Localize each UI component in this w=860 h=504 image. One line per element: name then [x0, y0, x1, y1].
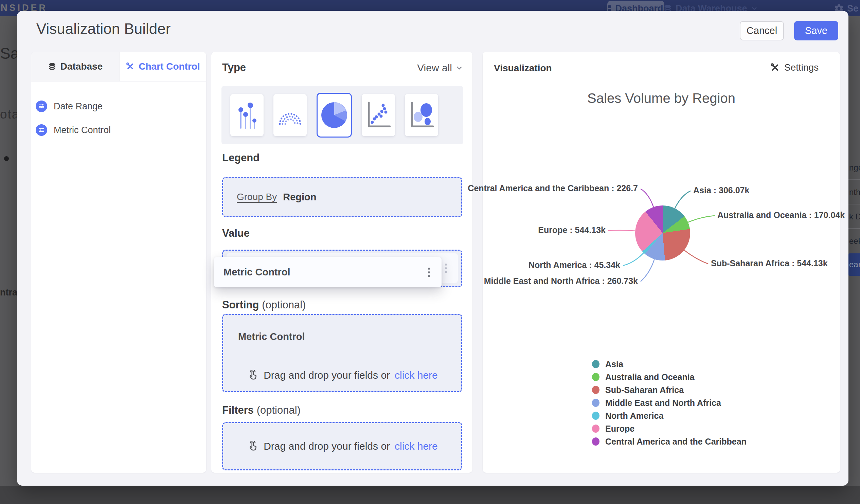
bubble-chart-icon — [409, 101, 434, 129]
source-panel: Database Chart Control Date Range Metric… — [31, 52, 206, 473]
pie-chart[interactable] — [635, 205, 690, 260]
background-dropdown-option: nth — [848, 181, 860, 204]
legend-color-dot — [592, 424, 600, 433]
save-button[interactable]: Save — [794, 21, 838, 40]
tune-icon — [36, 124, 47, 136]
chart-type-arc[interactable] — [273, 94, 307, 136]
sidebar-item-metric-control[interactable]: Metric Control — [31, 120, 206, 140]
pie-slice-label: Asia : 306.07k — [693, 185, 749, 195]
legend-item-label: Australia and Oceania — [605, 372, 694, 382]
pie-slice-label: Central America and the Caribbean : 226.… — [468, 183, 638, 193]
scatter-plot-icon — [366, 101, 391, 129]
droprow-text: Drag and drop your fields or — [263, 370, 390, 381]
legend-item-label: Europe — [605, 424, 634, 434]
lollipop-chart-icon — [236, 100, 258, 131]
chevron-down-icon — [455, 63, 464, 72]
chart-legend: AsiaAustralia and OceaniaSub-Saharan Afr… — [592, 358, 747, 448]
sorting-section-label: Sorting (optional) — [222, 299, 306, 311]
modal-title: Visualization Builder — [36, 20, 171, 37]
view-all-dropdown[interactable]: View all — [417, 62, 464, 74]
background-dropdown-option: nge — [848, 156, 860, 180]
group-by-link[interactable]: Group By — [237, 191, 277, 202]
legend-item[interactable]: Europe — [592, 422, 747, 435]
droprow-click-here-link[interactable]: click here — [395, 441, 438, 452]
pie-slice-label: Europe : 544.13k — [538, 225, 606, 235]
chart-title: Sales Volume by Region — [483, 91, 840, 106]
legend-item[interactable]: Australia and Oceania — [592, 371, 747, 384]
sorting-chip-label: Metric Control — [238, 331, 305, 342]
legend-item[interactable]: Central America and the Caribbean — [592, 435, 747, 448]
tap-hand-icon — [247, 440, 259, 453]
legend-color-dot — [592, 399, 600, 407]
pie-slice-label: Middle East and North Africa : 260.73k — [484, 276, 638, 286]
legend-item-label: North America — [605, 411, 663, 421]
dimmed-page-left-edge: Sal ota ntral — [0, 16, 17, 486]
chart-type-strip — [221, 86, 463, 144]
filters-dropzone[interactable]: Drag and drop your fields or click here — [222, 422, 462, 470]
chart-config-panel: Type View all — [211, 52, 472, 473]
nav-settings-label: Se — [847, 3, 858, 14]
value-section-label: Value — [222, 227, 250, 240]
legend-item-label: Central America and the Caribbean — [605, 437, 747, 447]
background-bullet — [4, 156, 9, 161]
tools-icon — [126, 62, 135, 71]
background-subheading-fragment: ota — [0, 107, 17, 121]
dimmed-page-bottom-edge — [0, 486, 860, 504]
dimmed-dropdown-right-edge: ngenthk Deekear — [848, 16, 860, 486]
screen: NSIDER Dashboards Data Warehouse Se Sal … — [0, 0, 860, 504]
visualization-builder-modal: Visualization Builder Cancel Save Databa… — [17, 11, 848, 486]
kebab-menu-icon — [445, 267, 447, 269]
legend-color-dot — [592, 373, 600, 381]
arc-chart-icon — [277, 105, 303, 125]
chart-type-lollipop[interactable] — [230, 94, 263, 136]
legend-item-label: Sub-Saharan Africa — [605, 385, 684, 395]
value-chip-dragging[interactable]: Metric Control — [214, 257, 442, 287]
tab-database-label: Database — [60, 61, 103, 72]
source-tabs: Database Chart Control — [31, 52, 206, 82]
legend-color-dot — [592, 360, 600, 368]
tab-chart-control[interactable]: Chart Control — [119, 52, 206, 81]
visualization-settings-button[interactable]: Settings — [770, 62, 819, 73]
kebab-menu-icon[interactable] — [428, 271, 430, 273]
chart-type-bubble[interactable] — [405, 94, 438, 136]
legend-item[interactable]: Asia — [592, 358, 747, 371]
sorting-droprow: Drag and drop your fields or click here — [223, 369, 461, 382]
chart-type-scatter[interactable] — [362, 94, 395, 136]
pie-slice-label: North America : 45.34k — [529, 260, 620, 270]
legend-color-dot — [592, 437, 600, 446]
tab-chart-control-label: Chart Control — [139, 61, 200, 72]
tap-hand-icon — [247, 369, 259, 382]
tune-icon — [36, 101, 47, 112]
background-footer-fragment: ntral — [0, 287, 17, 298]
legend-color-dot — [592, 386, 600, 394]
legend-item[interactable]: Sub-Saharan Africa — [592, 384, 747, 396]
tools-icon — [770, 62, 780, 73]
sidebar-item-date-range[interactable]: Date Range — [31, 97, 206, 116]
group-by-value: Region — [283, 191, 316, 203]
droprow-text: Drag and drop your fields or — [263, 441, 390, 452]
legend-item-label: Asia — [605, 359, 623, 369]
background-dropdown-option: k D — [848, 205, 860, 229]
pie-slice-label: Australia and Oceania : 170.04k — [717, 210, 845, 220]
droprow-click-here-link[interactable]: click here — [395, 370, 438, 381]
legend-item[interactable]: Middle East and North Africa — [592, 396, 747, 409]
tab-database[interactable]: Database — [31, 52, 119, 81]
view-all-label: View all — [417, 62, 452, 74]
sidebar-item-label: Metric Control — [54, 125, 111, 135]
filters-section-label: Filters (optional) — [222, 404, 301, 416]
visualization-settings-label: Settings — [784, 62, 819, 73]
legend-color-dot — [592, 412, 600, 420]
sorting-dropzone[interactable]: Metric Control Drag and drop your fields… — [222, 314, 462, 392]
sidebar-item-label: Date Range — [54, 101, 103, 112]
legend-section-label: Legend — [222, 152, 259, 164]
legend-dropzone[interactable]: Group By Region — [222, 177, 462, 217]
value-chip-label: Metric Control — [224, 267, 290, 278]
cancel-button[interactable]: Cancel — [740, 21, 784, 40]
pie-chart-icon — [321, 102, 348, 129]
chart-type-pie[interactable] — [317, 93, 352, 138]
legend-item-label: Middle East and North Africa — [605, 398, 721, 408]
database-icon — [47, 62, 57, 71]
legend-item[interactable]: North America — [592, 409, 747, 422]
type-section-label: Type — [222, 61, 246, 74]
background-dropdown-option: ear — [848, 253, 860, 276]
